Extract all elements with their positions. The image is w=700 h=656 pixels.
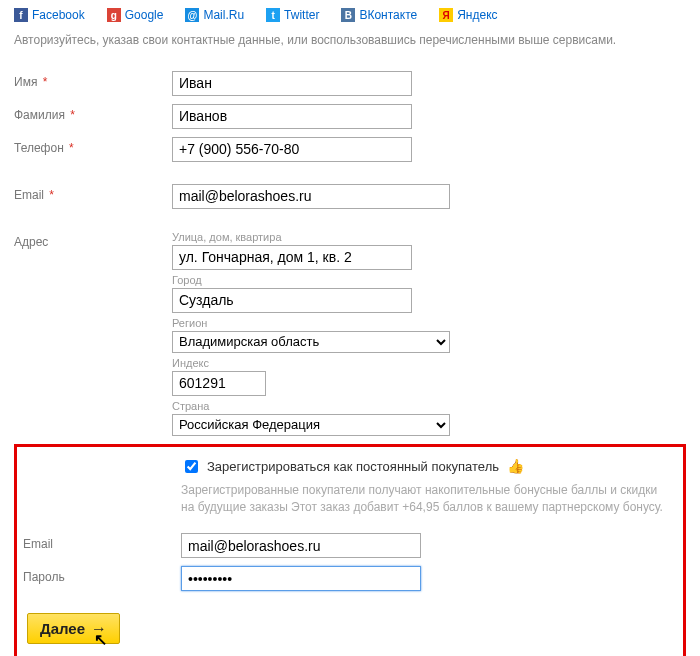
index-input[interactable] bbox=[172, 371, 266, 396]
sublabel-city: Город bbox=[172, 274, 686, 286]
social-label: Twitter bbox=[284, 8, 319, 22]
label-email: Email * bbox=[14, 184, 172, 202]
region-select[interactable]: Владимирская область bbox=[172, 331, 450, 353]
thumbs-up-icon: 👍 bbox=[507, 458, 524, 474]
social-vk[interactable]: B ВКонтакте bbox=[341, 8, 417, 22]
mailru-icon: @ bbox=[185, 8, 199, 22]
label-name: Имя * bbox=[14, 71, 172, 89]
arrow-right-icon: → bbox=[91, 621, 107, 637]
phone-input[interactable] bbox=[172, 137, 412, 162]
social-label: Mail.Ru bbox=[203, 8, 244, 22]
label-surname: Фамилия * bbox=[14, 104, 172, 122]
label-email2: Email bbox=[23, 533, 181, 551]
social-facebook[interactable]: f Facebook bbox=[14, 8, 85, 22]
sublabel-index: Индекс bbox=[172, 357, 686, 369]
street-input[interactable] bbox=[172, 245, 412, 270]
social-label: Facebook bbox=[32, 8, 85, 22]
sublabel-region: Регион bbox=[172, 317, 686, 329]
vk-icon: B bbox=[341, 8, 355, 22]
sublabel-country: Страна bbox=[172, 400, 686, 412]
register-description: Зарегистрированные покупатели получают н… bbox=[181, 482, 669, 516]
social-login-row: f Facebook g Google @ Mail.Ru t Twitter … bbox=[14, 8, 686, 22]
social-twitter[interactable]: t Twitter bbox=[266, 8, 319, 22]
social-google[interactable]: g Google bbox=[107, 8, 164, 22]
email-input[interactable] bbox=[172, 184, 450, 209]
intro-text: Авторизуйтесь, указав свои контактные да… bbox=[14, 32, 686, 49]
facebook-icon: f bbox=[14, 8, 28, 22]
social-mailru[interactable]: @ Mail.Ru bbox=[185, 8, 244, 22]
name-input[interactable] bbox=[172, 71, 412, 96]
social-label: Яндекс bbox=[457, 8, 497, 22]
label-address: Адрес bbox=[14, 231, 172, 249]
google-icon: g bbox=[107, 8, 121, 22]
next-button[interactable]: Далее → ↖ bbox=[27, 613, 120, 644]
next-button-label: Далее bbox=[40, 620, 85, 637]
registration-highlight-box: Зарегистрироваться как постоянный покупа… bbox=[14, 444, 686, 656]
social-yandex[interactable]: Я Яндекс bbox=[439, 8, 497, 22]
register-checkbox[interactable] bbox=[185, 460, 198, 473]
social-label: ВКонтакте bbox=[359, 8, 417, 22]
social-label: Google bbox=[125, 8, 164, 22]
label-phone: Телефон * bbox=[14, 137, 172, 155]
surname-input[interactable] bbox=[172, 104, 412, 129]
country-select[interactable]: Российская Федерация bbox=[172, 414, 450, 436]
city-input[interactable] bbox=[172, 288, 412, 313]
password-input[interactable] bbox=[181, 566, 421, 591]
register-checkbox-label: Зарегистрироваться как постоянный покупа… bbox=[207, 459, 499, 474]
yandex-icon: Я bbox=[439, 8, 453, 22]
sublabel-street: Улица, дом, квартира bbox=[172, 231, 686, 243]
label-password: Пароль bbox=[23, 566, 181, 584]
twitter-icon: t bbox=[266, 8, 280, 22]
reg-email-input[interactable] bbox=[181, 533, 421, 558]
